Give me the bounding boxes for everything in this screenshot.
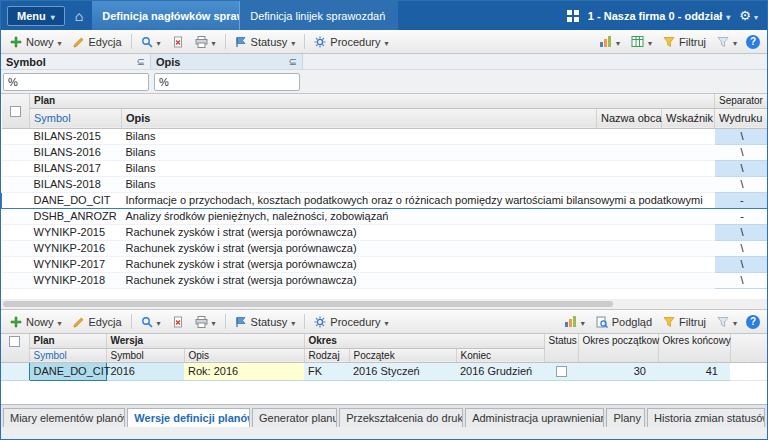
column-header-opis[interactable]: Opis [184,348,304,362]
select-all-checkbox[interactable] [10,106,21,117]
toolbar-separator [131,34,132,49]
filter-options-button[interactable] [712,34,742,50]
cell-wersja-symbol: 2016 [106,362,184,380]
tab-historia-zmian-statusow[interactable]: Historia zmian statusów [647,408,765,427]
pencil-icon [73,36,85,48]
print-button[interactable] [190,34,221,50]
filter-options-button[interactable] [712,314,742,330]
filter-button[interactable]: Filtruj [658,314,711,330]
report-row[interactable]: WYNIKP-2015Rachunek zysków i strat (wers… [2,224,768,240]
cell-symbol: DSHB_ANROZR [30,208,122,224]
lookup-button[interactable] [136,314,166,330]
home-icon[interactable] [75,8,83,24]
column-header-wersja-symbol[interactable]: Symbol [106,348,184,362]
export-table-button[interactable] [626,33,657,50]
report-row[interactable]: DSHB_ANROZRAnalizy środków pieniężnych, … [2,208,768,224]
chart-button[interactable] [594,33,625,50]
tab-definicja-naglowkow[interactable]: Definicja nagłówków sprawozda [92,1,240,30]
filter-operator-icon[interactable]: ⊆ [137,56,145,67]
column-header-opis[interactable]: Opis [122,108,597,128]
filter-section-opis[interactable]: Opis ⊆ [151,54,303,69]
group-header-okres: Okres [304,334,544,348]
cell-koniec: 2016 Grudzień [456,362,544,380]
help-icon[interactable] [746,315,760,329]
report-row[interactable]: BILANS-2015Bilans\ [2,128,768,144]
opis-filter-input[interactable] [154,73,300,91]
column-header-plan-symbol[interactable]: Symbol [29,348,106,362]
cell-opis: Rachunek zysków i strat (wersja porównaw… [122,224,597,240]
plus-icon [10,36,22,48]
cell-nazwa-obca [597,240,662,256]
cell-symbol: WYNIKP-2018 [30,272,122,288]
column-header-status[interactable]: Status [544,334,578,362]
symbol-filter-input[interactable] [3,73,149,91]
edit-button[interactable]: Edycja [68,314,127,330]
tab-generator-planu[interactable]: Generator planu [252,408,337,427]
statuses-button[interactable]: Statusy [230,314,301,330]
filter-button[interactable]: Filtruj [658,34,711,50]
help-icon[interactable] [746,35,760,49]
column-header-rodzaj[interactable]: Rodzaj [304,348,349,362]
column-header-separator-line2[interactable]: Wydruku [715,108,768,128]
tab-przeksztalcenia-do-druku[interactable]: Przekształcenia do druku [339,408,463,427]
select-all-header[interactable] [1,334,29,362]
report-row[interactable]: BILANS-2016Bilans\ [2,144,768,160]
chevron-down-icon [51,10,55,22]
cell-select [2,144,30,160]
report-row[interactable]: WYNIKP-2018Rachunek zysków i strat (wers… [2,272,768,288]
version-row-selected[interactable]: DANE_DO_CIT 2016 Rok: 2016 FK 2016 Stycz… [1,362,768,380]
tab-miary-elementow-planow[interactable]: Miary elementów planów [3,408,125,427]
preview-icon [596,316,608,328]
report-row-selected[interactable]: DANE_DO_CITInformacje o przychodach, kos… [2,192,768,208]
new-button[interactable]: Nowy [5,34,67,50]
chevron-down-icon [384,36,388,48]
cell-wskaznik [662,176,715,192]
column-header-okres-koncowy[interactable]: Okres końcowy [658,334,730,362]
procedures-button[interactable]: Procedury [309,34,393,50]
tab-definicja-linijek[interactable]: Definicja linijek sprawozdań [240,1,398,30]
column-header-koniec[interactable]: Koniec [456,348,544,362]
column-header-wskaznik[interactable]: Wskaźnik [662,108,715,128]
apps-grid-icon[interactable] [567,10,579,22]
scrollbar-thumb[interactable] [3,301,613,307]
report-row[interactable]: WYNIKP-2016Rachunek zysków i strat (wers… [2,240,768,256]
statuses-button[interactable]: Statusy [230,34,301,50]
report-row[interactable]: WYNIKP-2017Rachunek zysków i strat (wers… [2,256,768,272]
tab-administracja-uprawnieniami[interactable]: Administracja uprawnieniami [465,408,604,427]
select-all-header[interactable] [2,94,30,128]
tab-plany[interactable]: Plany [606,408,645,427]
filter-section-symbol[interactable]: Symbol ⊆ [1,54,151,69]
report-row[interactable]: BILANS-2017Bilans\ [2,160,768,176]
delete-button[interactable] [167,314,189,330]
column-header-okres-poczatkowy[interactable]: Okres początkow [578,334,658,362]
chevron-down-icon [291,316,295,328]
cell-symbol: BILANS-2015 [30,128,122,144]
menu-button[interactable]: Menu [7,6,65,26]
new-button[interactable]: Nowy [5,314,67,330]
cell-select [2,128,30,144]
select-all-checkbox[interactable] [9,336,20,347]
tab-wersje-definicji-planow[interactable]: Wersje definicji planów [127,408,250,427]
column-header-poczatek[interactable]: Początek [349,348,456,362]
status-checkbox[interactable] [556,366,567,377]
column-header-symbol[interactable]: Symbol [30,108,122,128]
table-icon [631,35,644,48]
procedures-button[interactable]: Procedury [309,314,393,330]
report-row[interactable]: BILANS-2018Bilans\ [2,176,768,192]
edit-button[interactable]: Edycja [68,34,127,50]
topbar-right: 1 - Nasza firma 0 - oddział [567,8,767,23]
print-button[interactable] [190,314,221,330]
filter-operator-icon[interactable]: ⊆ [289,56,297,67]
chart-button[interactable] [559,313,590,330]
lookup-button[interactable] [136,34,166,50]
delete-button[interactable] [167,34,189,50]
cell-symbol: BILANS-2018 [30,176,122,192]
settings-gear-icon[interactable] [739,8,758,23]
toolbar-main: Nowy Edycja Statusy Procedury [1,30,767,54]
cell-opis: Bilans [122,160,597,176]
company-selector[interactable]: 1 - Nasza firma 0 - oddział [588,10,731,22]
column-header-nazwa-obca[interactable]: Nazwa obca [597,108,662,128]
preview-button[interactable]: Podgląd [591,314,657,330]
horizontal-scrollbar[interactable] [1,299,767,310]
cell-opis: Bilans [122,128,597,144]
